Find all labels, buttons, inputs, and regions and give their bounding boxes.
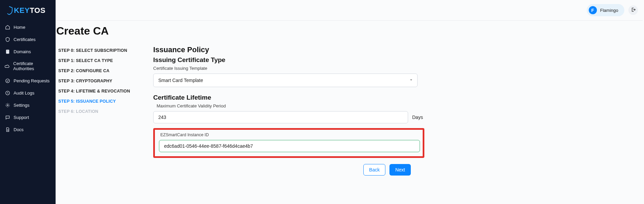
form: Issuance Policy Issuing Certificate Type… [153,45,424,176]
sidebar-item-domains[interactable]: Domains [0,45,56,58]
svg-point-4 [7,104,8,106]
validity-row: Days [153,111,424,123]
cloud-icon [5,63,10,69]
sidebar-item-support[interactable]: Support [0,111,56,123]
sidebar-item-cert-authorities[interactable]: Certificate Authorities [0,58,56,75]
sidebar-item-settings[interactable]: Settings [0,99,56,111]
user-chip[interactable]: F Flamingo [587,4,624,16]
badge-icon [5,49,10,54]
section-heading: Issuance Policy [153,45,424,54]
wizard-step-2[interactable]: STEP 2: CONFIGURE CA [58,66,133,76]
logout-icon [631,7,636,14]
content: STEP 0: SELECT SUBSCRIPTION STEP 1: SELE… [56,42,644,176]
main: F Flamingo Create CA STEP 0: SELECT SUBS… [56,0,644,204]
sidebar-item-pending[interactable]: Pending Requests [0,75,56,87]
svg-rect-1 [7,50,8,51]
sidebar-item-docs[interactable]: Docs [0,123,56,136]
template-label: Certificate Issuing Template [153,66,424,71]
instance-highlight: EZSmartCard Instance ID [153,128,424,158]
wizard-step-0[interactable]: STEP 0: SELECT SUBSCRIPTION [58,45,133,56]
sidebar-item-label: Home [14,25,25,30]
validity-input[interactable] [153,111,408,123]
wizard-steps: STEP 0: SELECT SUBSCRIPTION STEP 1: SELE… [58,45,133,176]
wizard-step-5[interactable]: STEP 5: ISSUANCE POLICY [58,96,133,106]
next-button[interactable]: Next [389,164,411,176]
template-value: Smart Card Template [158,78,203,83]
svg-rect-0 [6,49,9,53]
shield-small-icon [5,37,10,42]
sidebar-item-audit[interactable]: Audit Logs [0,87,56,99]
cert-type-heading: Issuing Certificate Type [153,56,424,64]
sidebar-item-label: Pending Requests [14,78,49,83]
gear-icon [5,102,10,108]
lifetime-heading: Certificate Lifetime [153,94,424,101]
sidebar-item-certificates[interactable]: Certificates [0,33,56,45]
sidebar-item-home[interactable]: Home [0,21,56,33]
instance-label: EZSmartCard Instance ID [159,132,419,137]
wizard-step-6: STEP 6: LOCATION [58,106,133,117]
button-row: Back Next [153,164,411,176]
back-button[interactable]: Back [363,164,385,176]
validity-label: Maximum Certificate Validity Period [153,103,424,108]
sidebar-item-label: Certificate Authorities [13,61,51,71]
template-select[interactable]: Smart Card Template [153,74,418,87]
wizard-step-1[interactable]: STEP 1: SELECT CA TYPE [58,56,133,66]
check-circle-icon [5,78,10,83]
topbar: F Flamingo [56,0,644,20]
doc-icon [5,127,10,132]
validity-unit: Days [412,115,423,120]
logout-button[interactable] [628,5,638,15]
sidebar-item-label: Docs [14,127,24,132]
chat-icon [5,115,10,120]
wizard-step-4[interactable]: STEP 4: LIFETIME & REVOCATION [58,86,133,96]
chevron-down-icon [409,77,413,83]
sidebar-item-label: Support [14,115,29,120]
wizard-step-3[interactable]: STEP 3: CRYPTOGRAPHY [58,76,133,86]
sidebar-item-label: Settings [14,103,29,108]
page-title: Create CA [56,21,644,42]
clock-icon [5,90,10,96]
logo: KEYTOS [0,4,56,21]
nav: Home Certificates Domains Certificate Au… [0,21,56,136]
user-name: Flamingo [600,8,618,13]
brand-name: KEYTOS [14,6,45,15]
sidebar-item-label: Certificates [14,37,36,42]
instance-input[interactable] [159,140,420,152]
avatar: F [589,6,597,14]
svg-point-2 [5,79,9,82]
home-icon [5,24,10,30]
sidebar: KEYTOS Home Certificates Domains [0,0,56,204]
shield-icon [5,6,13,15]
sidebar-item-label: Audit Logs [14,90,34,96]
sidebar-item-label: Domains [14,49,31,54]
